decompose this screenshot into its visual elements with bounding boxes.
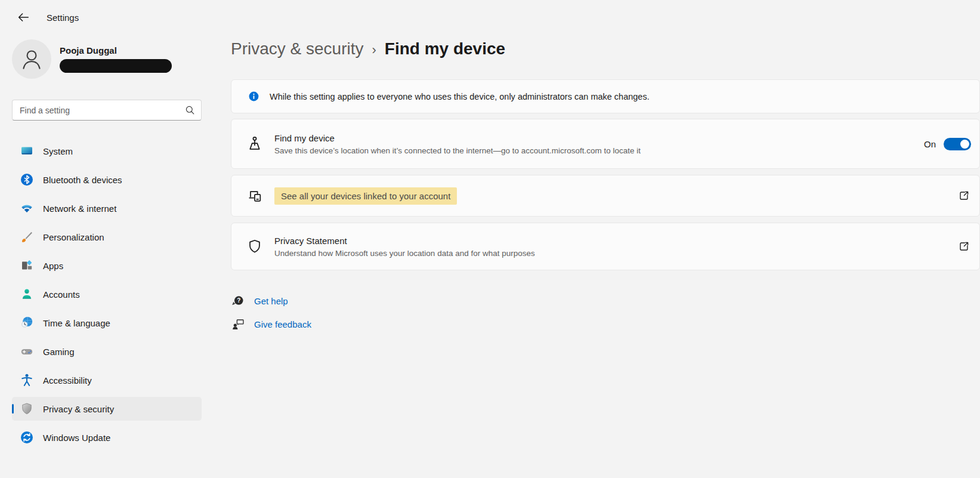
footer-links: ? Get help Give feedback (231, 292, 311, 338)
sidebar-item-label: System (43, 146, 73, 156)
sidebar-item-label: Privacy & security (43, 404, 114, 414)
setting-card-find-my-device: Find my device Save this device’s locati… (231, 119, 980, 169)
sidebar-item-label: Accessibility (43, 375, 92, 386)
sidebar: Pooja Duggal System (12, 39, 202, 454)
setting-card-linked-devices[interactable]: See all your devices linked to your acco… (231, 175, 980, 217)
breadcrumb: Privacy & security › Find my device (231, 39, 505, 58)
setting-card-privacy-statement[interactable]: Privacy Statement Understand how Microso… (231, 223, 980, 270)
find-my-device-icon (246, 135, 264, 152)
sidebar-item-windows-update[interactable]: Windows Update (12, 425, 202, 449)
sidebar-item-time-language[interactable]: Time & language (12, 311, 202, 335)
sidebar-item-gaming[interactable]: Gaming (12, 340, 202, 363)
breadcrumb-separator-icon: › (372, 41, 376, 58)
app-title: Settings (47, 13, 79, 23)
toggle-state-label: On (924, 139, 936, 149)
gamepad-icon (20, 344, 34, 359)
toggle-knob (960, 140, 969, 149)
accessibility-icon (20, 373, 34, 387)
info-bar: While this setting applies to everyone w… (231, 79, 980, 113)
svg-text:?: ? (237, 297, 240, 303)
card-control (957, 239, 971, 254)
sidebar-item-system[interactable]: System (12, 139, 202, 163)
toggle-control: On (924, 138, 971, 150)
info-icon (248, 91, 259, 102)
wifi-icon (20, 201, 34, 215)
external-link-icon (957, 239, 971, 254)
system-icon (20, 144, 34, 158)
card-control (957, 189, 971, 203)
sidebar-item-personalization[interactable]: Personalization (12, 225, 202, 249)
sidebar-item-accounts[interactable]: Accounts (12, 282, 202, 306)
feedback-icon (231, 317, 245, 331)
search-icon (184, 104, 196, 116)
person-icon (20, 287, 34, 301)
shield-icon (20, 402, 34, 416)
profile-name: Pooja Duggal (60, 45, 172, 55)
main-content: Privacy & security › Find my device Whil… (231, 0, 980, 478)
sidebar-item-accessibility[interactable]: Accessibility (12, 368, 202, 392)
avatar (12, 39, 51, 79)
sidebar-item-bluetooth-devices[interactable]: Bluetooth & devices (12, 168, 202, 192)
help-bubble-icon: ? (231, 294, 245, 308)
link-label: Get help (254, 296, 288, 306)
sidebar-item-label: Time & language (43, 318, 110, 328)
card-title: Find my device (274, 133, 641, 143)
link-label: Give feedback (254, 319, 311, 329)
sidebar-item-label: Apps (43, 261, 63, 271)
sidebar-item-label: Personalization (43, 232, 104, 242)
give-feedback-link[interactable]: Give feedback (231, 315, 311, 333)
card-title: Privacy Statement (274, 236, 535, 246)
page-title: Find my device (385, 39, 505, 58)
app-header: Settings (16, 10, 79, 25)
sidebar-item-label: Windows Update (43, 433, 110, 443)
external-link-icon (957, 189, 971, 203)
sidebar-item-privacy-security[interactable]: Privacy & security (12, 397, 202, 421)
sidebar-item-label: Accounts (43, 289, 80, 300)
breadcrumb-parent[interactable]: Privacy & security (231, 39, 364, 58)
redacted-email (60, 59, 172, 73)
find-my-device-toggle[interactable] (944, 138, 971, 150)
globe-clock-icon (20, 316, 34, 330)
search-box (12, 100, 202, 121)
sidebar-item-network-internet[interactable]: Network & internet (12, 196, 202, 220)
card-text: Privacy Statement Understand how Microso… (274, 236, 535, 258)
card-description: Understand how Microsoft uses your locat… (274, 249, 535, 258)
person-outline-icon (19, 47, 44, 72)
sidebar-item-label: Gaming (43, 347, 75, 357)
card-description: Save this device’s location when it’s co… (274, 146, 641, 155)
sidebar-item-apps[interactable]: Apps (12, 254, 202, 277)
paintbrush-icon (20, 230, 34, 244)
card-text: See all your devices linked to your acco… (274, 187, 457, 205)
get-help-link[interactable]: ? Get help (231, 292, 311, 310)
user-profile[interactable]: Pooja Duggal (12, 39, 202, 79)
card-text: Find my device Save this device’s locati… (274, 133, 641, 155)
back-arrow-icon (17, 11, 30, 24)
sidebar-item-label: Network & internet (43, 203, 116, 214)
highlighted-link-text[interactable]: See all your devices linked to your acco… (274, 187, 457, 205)
shield-outline-icon (246, 238, 264, 255)
search-input[interactable] (12, 100, 202, 121)
update-icon (20, 430, 34, 445)
profile-text: Pooja Duggal (60, 45, 172, 73)
linked-devices-icon (246, 187, 264, 204)
back-button[interactable] (16, 10, 31, 25)
apps-icon (20, 258, 34, 273)
sidebar-nav: System Bluetooth & devices (12, 139, 202, 449)
info-bar-text: While this setting applies to everyone w… (270, 92, 650, 101)
sidebar-item-label: Bluetooth & devices (43, 175, 122, 185)
bluetooth-icon (20, 172, 34, 187)
